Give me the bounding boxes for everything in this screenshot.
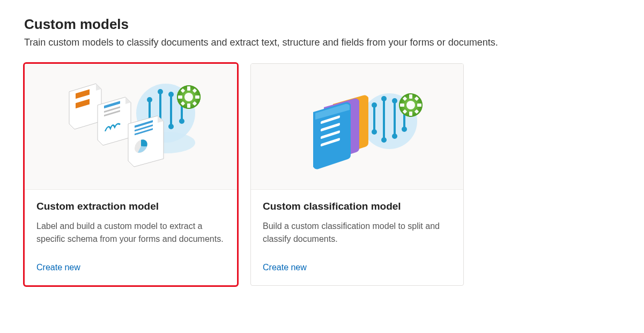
svg-point-46: [406, 101, 415, 109]
svg-rect-15: [195, 95, 199, 99]
svg-rect-16: [178, 95, 182, 99]
svg-point-38: [381, 96, 387, 101]
svg-point-4: [168, 92, 174, 97]
svg-point-3: [158, 89, 163, 94]
page-subtitle: Train custom models to classify document…: [24, 37, 620, 48]
svg-point-37: [372, 102, 377, 108]
svg-point-42: [381, 137, 387, 143]
create-new-classification-link[interactable]: Create new: [263, 263, 307, 272]
svg-rect-48: [409, 112, 412, 116]
classification-docs-icon: [282, 73, 432, 180]
card-title-classification: Custom classification model: [263, 201, 451, 212]
classification-illustration: [251, 64, 463, 190]
svg-point-41: [372, 129, 377, 135]
card-body: Custom extraction model Label and build …: [25, 190, 237, 285]
card-custom-classification[interactable]: Custom classification model Build a cust…: [250, 63, 464, 286]
svg-rect-14: [187, 103, 190, 108]
svg-point-12: [184, 93, 193, 101]
cards-row: Custom extraction model Label and build …: [24, 63, 620, 286]
card-custom-extraction[interactable]: Custom extraction model Label and build …: [24, 63, 238, 286]
svg-point-2: [147, 97, 152, 102]
svg-point-9: [179, 119, 184, 124]
extraction-docs-icon: [56, 73, 206, 180]
create-new-extraction-link[interactable]: Create new: [36, 263, 80, 272]
svg-rect-47: [409, 94, 412, 99]
svg-rect-49: [417, 103, 421, 107]
card-body: Custom classification model Build a cust…: [251, 190, 463, 285]
svg-marker-21: [69, 84, 101, 129]
card-desc-extraction: Label and build a custom model to extrac…: [36, 220, 225, 246]
svg-point-8: [168, 124, 174, 129]
svg-rect-50: [400, 103, 404, 107]
svg-rect-13: [187, 86, 190, 91]
page-title: Custom models: [24, 16, 620, 33]
card-title-extraction: Custom extraction model: [36, 201, 225, 212]
svg-point-44: [402, 127, 407, 132]
extraction-illustration: [25, 64, 237, 190]
svg-point-43: [392, 134, 397, 139]
svg-point-39: [392, 98, 397, 103]
card-desc-classification: Build a custom classification model to s…: [263, 220, 451, 246]
